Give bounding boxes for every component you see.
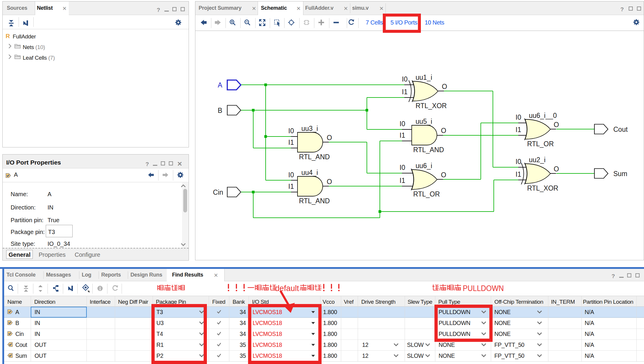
svg-text:N/A: N/A xyxy=(585,352,594,359)
svg-text:N/A: N/A xyxy=(585,320,594,326)
svg-text:I1: I1 xyxy=(400,131,405,139)
svg-text:PULLDOWN: PULLDOWN xyxy=(463,284,504,293)
svg-text:PULLDOWN: PULLDOWN xyxy=(439,331,470,337)
svg-text:B: B xyxy=(15,320,19,326)
svg-text:I0: I0 xyxy=(400,164,405,171)
svg-text:uu6_i__0: uu6_i__0 xyxy=(529,112,557,119)
svg-text:I1: I1 xyxy=(288,183,294,190)
svg-text:A: A xyxy=(15,309,19,315)
svg-text:12: 12 xyxy=(362,342,368,348)
svg-text:I0: I0 xyxy=(400,120,405,128)
svg-text:I1: I1 xyxy=(402,88,408,96)
svg-text:uu4_i: uu4_i xyxy=(301,169,318,176)
svg-text:N/A: N/A xyxy=(585,342,594,348)
svg-text:Sum: Sum xyxy=(15,352,27,359)
svg-text:I0: I0 xyxy=(516,158,521,165)
svg-text:RTL_AND: RTL_AND xyxy=(413,146,444,154)
svg-text:I0: I0 xyxy=(288,171,294,179)
svg-text:Cout: Cout xyxy=(613,126,628,133)
svg-text:35: 35 xyxy=(240,342,246,348)
svg-text:RTL_OR: RTL_OR xyxy=(527,140,554,148)
svg-text:Sum: Sum xyxy=(613,170,627,178)
svg-text:R1: R1 xyxy=(156,342,164,348)
svg-text:default: default xyxy=(275,284,299,293)
svg-text:LVCMOS18: LVCMOS18 xyxy=(253,352,282,359)
svg-text:1.800: 1.800 xyxy=(323,352,337,359)
svg-text:1.800: 1.800 xyxy=(323,309,337,315)
svg-text:SLOW: SLOW xyxy=(407,342,424,348)
svg-text:OUT: OUT xyxy=(35,342,47,348)
svg-text:FP_VTT_50: FP_VTT_50 xyxy=(494,342,524,348)
svg-text:LVCMOS18: LVCMOS18 xyxy=(253,320,282,326)
svg-text:IN: IN xyxy=(35,320,40,326)
svg-text:LVCMOS18: LVCMOS18 xyxy=(253,342,282,348)
svg-text:RTL_AND: RTL_AND xyxy=(299,197,330,205)
svg-text:Cin: Cin xyxy=(15,331,24,337)
svg-text:U3: U3 xyxy=(156,320,164,326)
svg-text:O: O xyxy=(441,127,446,134)
svg-text:I1: I1 xyxy=(516,126,521,134)
svg-text:uu2_i: uu2_i xyxy=(529,156,545,164)
svg-text:PULLDOWN: PULLDOWN xyxy=(439,320,470,326)
svg-text:N/A: N/A xyxy=(585,309,594,315)
svg-text:A: A xyxy=(218,81,223,89)
svg-text:O: O xyxy=(554,165,559,173)
svg-text:RTL_XOR: RTL_XOR xyxy=(527,184,558,192)
svg-text:FP_VTT_50: FP_VTT_50 xyxy=(494,352,524,359)
svg-text:34: 34 xyxy=(240,320,246,326)
svg-text:uu3_i: uu3_i xyxy=(301,125,318,132)
svg-text:O: O xyxy=(554,121,559,129)
svg-text:uu5_i: uu5_i xyxy=(416,118,432,125)
svg-text:IN: IN xyxy=(35,309,40,315)
svg-text:I0: I0 xyxy=(516,113,521,121)
svg-text:SLOW: SLOW xyxy=(407,352,424,359)
svg-text:B: B xyxy=(218,107,222,114)
svg-text:I0: I0 xyxy=(402,75,408,83)
svg-text:RTL_AND: RTL_AND xyxy=(299,153,330,161)
svg-text:NONE: NONE xyxy=(439,352,455,359)
svg-text:O: O xyxy=(442,83,447,90)
svg-text:O: O xyxy=(327,178,332,186)
svg-text:I1: I1 xyxy=(400,177,405,184)
svg-text:34: 34 xyxy=(240,309,246,315)
svg-text:NONE: NONE xyxy=(494,309,511,315)
svg-text:T4: T4 xyxy=(156,331,163,337)
svg-text:O: O xyxy=(327,134,332,142)
svg-text:O: O xyxy=(441,171,446,179)
svg-text:1.800: 1.800 xyxy=(323,331,337,337)
svg-text:1.800: 1.800 xyxy=(323,320,337,326)
svg-text:LVCMOS18: LVCMOS18 xyxy=(253,331,282,337)
svg-text:Cin: Cin xyxy=(213,188,223,196)
svg-text:35: 35 xyxy=(240,352,246,359)
svg-text:I0: I0 xyxy=(288,127,294,135)
svg-text:I1: I1 xyxy=(288,139,294,146)
svg-text:NONE: NONE xyxy=(439,342,455,348)
svg-text:P2: P2 xyxy=(156,352,163,359)
svg-text:T3: T3 xyxy=(156,309,163,315)
svg-text:uu6_i: uu6_i xyxy=(416,162,432,170)
svg-text:12: 12 xyxy=(362,352,368,359)
svg-text:LVCMOS18: LVCMOS18 xyxy=(253,309,282,315)
svg-text:IN: IN xyxy=(35,331,40,337)
svg-text:N/A: N/A xyxy=(585,331,594,337)
svg-text:uu1_i: uu1_i xyxy=(416,74,432,81)
svg-text:OUT: OUT xyxy=(35,352,47,359)
svg-text:NONE: NONE xyxy=(494,331,511,337)
svg-text:Cout: Cout xyxy=(15,342,27,348)
svg-text:34: 34 xyxy=(240,331,246,337)
svg-text:NONE: NONE xyxy=(494,320,511,326)
svg-text:I1: I1 xyxy=(516,170,521,178)
svg-text:1.800: 1.800 xyxy=(323,342,337,348)
svg-text:RTL_XOR: RTL_XOR xyxy=(416,102,447,110)
svg-text:RTL_OR: RTL_OR xyxy=(413,190,440,198)
svg-text:PULLDOWN: PULLDOWN xyxy=(439,309,470,315)
